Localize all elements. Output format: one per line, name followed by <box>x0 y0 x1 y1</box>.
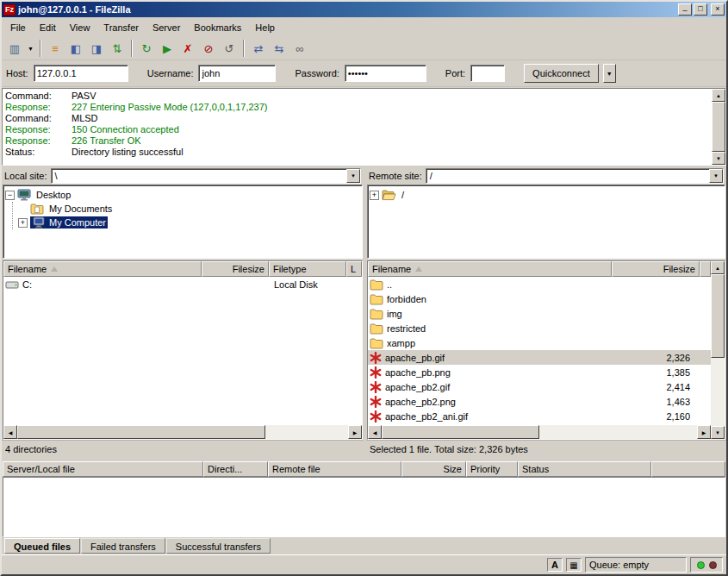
tab-queued-files[interactable]: Queued files <box>4 538 80 554</box>
column-header-filename[interactable]: Filename <box>3 261 202 277</box>
find-files-button[interactable]: ∞ <box>289 39 310 58</box>
remote-file-row[interactable]: apache_pb2.png1,463 <box>368 394 711 409</box>
site-manager-dropdown-button[interactable]: ▼ <box>25 39 36 58</box>
remote-file-row[interactable]: apache_pb.png1,385 <box>368 365 711 379</box>
encryption-indicator-icon[interactable]: ▦ <box>566 558 582 572</box>
site-manager-button[interactable]: ▥ <box>4 39 25 58</box>
log-scrollbar[interactable]: ▲ ▼ <box>712 89 725 165</box>
remote-file-row-selected[interactable]: apache_pb.gif2,326 <box>368 350 711 365</box>
cancel-button[interactable]: ✗ <box>177 39 198 58</box>
scroll-right-icon[interactable]: ▶ <box>697 425 711 439</box>
password-input[interactable] <box>345 65 426 82</box>
scrollbar-thumb[interactable] <box>711 274 725 358</box>
column-header-filename[interactable]: Filename <box>368 261 612 277</box>
local-file-row[interactable]: C: Local Disk <box>3 277 362 291</box>
column-header-status[interactable]: Status <box>518 461 651 477</box>
column-header-last-modified[interactable]: L <box>346 261 362 277</box>
remote-file-row[interactable]: .. <box>368 277 711 291</box>
column-header-size[interactable]: Size <box>401 461 466 477</box>
scrollbar-track[interactable] <box>711 274 725 426</box>
log-scrollbar-thumb[interactable] <box>712 102 725 152</box>
folder-icon <box>370 322 383 335</box>
tab-successful-transfers[interactable]: Successful transfers <box>166 538 271 554</box>
scroll-up-icon[interactable]: ▲ <box>712 89 725 102</box>
column-header-direction[interactable]: Directi... <box>203 461 268 477</box>
menu-bar: File Edit View Transfer Server Bookmarks… <box>2 17 726 37</box>
column-header-priority[interactable]: Priority <box>466 461 518 477</box>
reconnect-button[interactable]: ↺ <box>219 39 240 58</box>
toggle-queue-button[interactable]: ⇅ <box>107 39 128 58</box>
refresh-button[interactable]: ↻ <box>136 39 157 58</box>
remote-vertical-scrollbar[interactable]: ▲ ▼ <box>711 261 725 439</box>
column-header-filler <box>651 461 725 477</box>
file-name: apache_pb.gif <box>385 353 445 363</box>
menu-view[interactable]: View <box>63 20 97 35</box>
remote-site-combobox[interactable]: / ▼ <box>426 168 724 184</box>
collapse-icon[interactable]: − <box>5 191 15 200</box>
local-site-combobox[interactable]: \ ▼ <box>51 168 361 184</box>
scrollbar-track[interactable] <box>382 425 697 439</box>
close-button[interactable]: × <box>711 3 725 16</box>
scroll-left-icon[interactable]: ◀ <box>368 425 382 439</box>
process-queue-button[interactable]: ▶ <box>157 39 177 58</box>
host-input[interactable] <box>34 65 128 82</box>
maximize-button[interactable]: □ <box>694 3 707 16</box>
scrollbar-track[interactable] <box>17 425 348 439</box>
remote-site-label: Remote site: <box>369 171 422 181</box>
log-scrollbar-track[interactable] <box>712 102 725 152</box>
disconnect-button[interactable]: ⊘ <box>198 39 219 58</box>
chevron-down-icon[interactable]: ▼ <box>346 169 360 183</box>
transfer-type-indicator-icon[interactable]: A <box>547 558 563 572</box>
column-header-server-local-file[interactable]: Server/Local file <box>3 461 203 477</box>
scroll-down-icon[interactable]: ▼ <box>712 152 725 165</box>
scroll-down-icon[interactable]: ▼ <box>711 426 725 439</box>
toggle-log-button[interactable]: ≡ <box>45 39 65 58</box>
remote-file-row[interactable]: forbidden <box>368 291 711 306</box>
synchronized-browsing-button[interactable]: ⇆ <box>269 39 289 58</box>
column-header-filesize[interactable]: Filesize <box>612 261 700 277</box>
tree-item-my-documents[interactable]: My Documents <box>18 202 360 216</box>
expand-icon[interactable]: + <box>370 191 379 200</box>
scroll-left-icon[interactable]: ◀ <box>3 425 17 439</box>
tree-item-my-computer[interactable]: + My Computer <box>18 216 360 229</box>
broken-file-icon <box>370 366 382 379</box>
queue-list[interactable] <box>3 477 725 537</box>
column-header-filesize[interactable]: Filesize <box>202 261 269 277</box>
local-horizontal-scrollbar[interactable]: ◀ ▶ <box>3 425 362 439</box>
toggle-local-tree-button[interactable]: ◧ <box>65 39 86 58</box>
menu-server[interactable]: Server <box>146 20 187 35</box>
scroll-up-icon[interactable]: ▲ <box>711 261 725 274</box>
directory-comparison-button[interactable]: ⇄ <box>248 39 269 58</box>
remote-tree: + / <box>367 185 725 259</box>
username-input[interactable] <box>198 65 276 82</box>
remote-file-row[interactable]: xampp <box>368 335 711 350</box>
toggle-remote-tree-icon: ◨ <box>91 42 102 55</box>
column-header-remote-file[interactable]: Remote file <box>268 461 401 477</box>
menu-transfer[interactable]: Transfer <box>96 20 146 35</box>
quickconnect-dropdown-button[interactable]: ▼ <box>603 64 616 83</box>
menu-edit[interactable]: Edit <box>33 20 63 35</box>
column-header-filetype[interactable]: Filetype <box>269 261 346 277</box>
remote-file-row[interactable]: apache_pb2_ani.gif2,160 <box>368 409 711 423</box>
expand-icon[interactable]: + <box>18 218 28 228</box>
remote-file-row[interactable]: apache_pb2.gif2,414 <box>368 379 711 394</box>
remote-horizontal-scrollbar[interactable]: ◀ ▶ <box>368 425 711 439</box>
local-pane: Local site: \ ▼ − Desktop My Documents <box>2 166 364 458</box>
scroll-right-icon[interactable]: ▶ <box>348 425 362 439</box>
tree-item-desktop[interactable]: − Desktop <box>5 188 360 202</box>
quickconnect-button[interactable]: Quickconnect <box>524 64 599 83</box>
menu-file[interactable]: File <box>3 20 33 35</box>
port-input[interactable] <box>470 65 505 82</box>
menu-bookmarks[interactable]: Bookmarks <box>187 20 248 35</box>
tab-failed-transfers[interactable]: Failed transfers <box>81 538 165 554</box>
chevron-down-icon[interactable]: ▼ <box>709 169 723 183</box>
toggle-remote-tree-button[interactable]: ◨ <box>86 39 107 58</box>
tree-item-root[interactable]: + / <box>370 188 723 202</box>
scrollbar-thumb[interactable] <box>382 425 539 439</box>
menu-help[interactable]: Help <box>248 20 282 35</box>
remote-file-row[interactable]: restricted <box>368 321 711 335</box>
reconnect-icon: ↺ <box>225 42 234 55</box>
remote-file-row[interactable]: img <box>368 306 711 321</box>
minimize-button[interactable]: _ <box>678 3 692 16</box>
scrollbar-thumb[interactable] <box>17 425 265 439</box>
